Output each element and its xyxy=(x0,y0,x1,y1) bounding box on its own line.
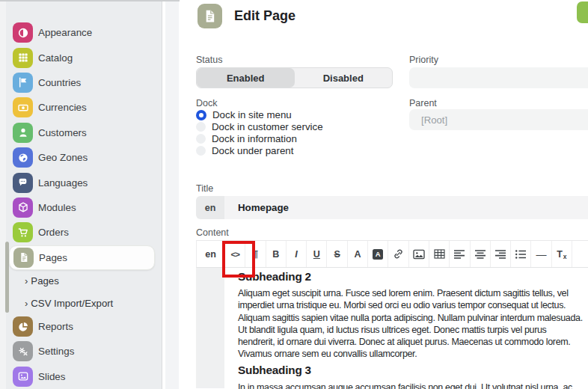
align-left-icon xyxy=(454,250,465,259)
status-enabled-button[interactable]: Enabled xyxy=(197,68,295,88)
person-icon xyxy=(13,123,33,143)
title-lang-tab[interactable]: en xyxy=(196,196,224,219)
status-label: Status xyxy=(196,55,222,65)
highlight-color-button[interactable]: A xyxy=(368,241,388,267)
gears-icon xyxy=(13,341,33,361)
page-icon xyxy=(13,248,34,268)
sidebar-item-modules[interactable]: Modules xyxy=(0,195,162,220)
content-editor: en <> ¶ B I U S A A xyxy=(196,240,588,389)
sidebar-item-settings[interactable]: Settings xyxy=(0,339,162,364)
top-divider xyxy=(0,0,180,1)
remove-format-icon: T xyxy=(557,249,563,260)
link-button[interactable] xyxy=(388,241,408,267)
align-right-icon xyxy=(495,250,506,259)
bold-button[interactable]: B xyxy=(266,241,287,267)
italic-button[interactable]: I xyxy=(287,241,307,267)
banknote-icon xyxy=(13,97,33,117)
sidebar-item-label: Pages xyxy=(39,252,67,263)
remove-format-button[interactable]: Tx xyxy=(552,241,572,267)
highlight-color-icon: A xyxy=(373,249,383,260)
sidebar-item-label: Modules xyxy=(38,202,76,213)
content-paragraph-3: In in massa accumsan augue accumsan faci… xyxy=(238,382,584,389)
list-icon xyxy=(515,250,526,259)
sidebar-item-languages[interactable]: Languages xyxy=(0,170,162,194)
unordered-list-button[interactable] xyxy=(511,241,531,267)
status-disabled-button[interactable]: Disabled xyxy=(295,68,393,88)
save-button[interactable] xyxy=(577,1,588,23)
priority-label: Priority xyxy=(409,55,438,65)
cube-icon xyxy=(13,197,33,218)
horizontal-rule-icon: — xyxy=(536,248,547,260)
editor-body: Subheading 2 Aliquam eget suscipit urna.… xyxy=(196,268,588,388)
pilcrow-icon: ¶ xyxy=(253,249,258,260)
sidebar-subitem-csv-import-export[interactable]: › CSV Import/Export xyxy=(0,292,162,314)
image-button[interactable] xyxy=(409,241,429,267)
sidebar-item-label: Orders xyxy=(38,227,69,238)
chevron-right-icon: › xyxy=(25,275,28,287)
font-color-button[interactable]: A xyxy=(348,241,368,267)
italic-icon: I xyxy=(295,249,297,260)
sidebar-item-label: Settings xyxy=(38,346,74,357)
dock-option-customer-service[interactable]: Dock in customer service xyxy=(196,121,323,133)
cart-icon xyxy=(13,222,33,242)
sidebar-item-label: Slides xyxy=(38,371,65,382)
code-view-button[interactable]: <> xyxy=(225,241,245,267)
dock-option-site-menu[interactable]: Dock in site menu xyxy=(196,109,323,121)
page-icon xyxy=(197,4,222,28)
grid-icon xyxy=(13,48,33,68)
image-icon xyxy=(413,249,425,260)
link-icon xyxy=(393,248,404,260)
sidebar-item-label: Geo Zones xyxy=(38,152,88,163)
radio-icon[interactable] xyxy=(196,122,206,132)
content-gap-strip xyxy=(165,0,179,389)
main-content: Edit Page Status Enabled Disabled Priori… xyxy=(180,0,588,389)
flag-icon xyxy=(13,73,33,93)
sidebar-item-catalog[interactable]: Catalog xyxy=(0,45,162,70)
content-heading-3: Subheading 3 xyxy=(238,364,584,377)
table-button[interactable] xyxy=(429,241,450,267)
sidebar-item-geo-zones[interactable]: Geo Zones xyxy=(0,145,162,170)
priority-input[interactable] xyxy=(409,67,588,88)
sidebar-item-reports[interactable]: Reports xyxy=(0,314,162,339)
radio-selected-icon[interactable] xyxy=(196,110,206,120)
title-input[interactable]: Homepage xyxy=(224,196,588,219)
table-icon xyxy=(434,249,445,259)
sidebar-subitem-pages[interactable]: › Pages xyxy=(0,270,162,292)
sidebar-item-appearance[interactable]: Appearance xyxy=(0,20,162,45)
editor-lang-tab[interactable]: en xyxy=(197,241,225,267)
editor-lang-gutter xyxy=(196,268,224,388)
sidebar-item-orders[interactable]: Orders xyxy=(0,220,162,245)
align-right-button[interactable] xyxy=(491,241,511,267)
sidebar-item-currencies[interactable]: Currencies xyxy=(0,95,162,120)
content-paragraph-2: Aliquam eget suscipit urna. Fusce sed lo… xyxy=(238,287,584,361)
sidebar-item-customers[interactable]: Customers xyxy=(0,120,162,145)
align-center-button[interactable] xyxy=(471,241,491,267)
strikethrough-button[interactable]: S xyxy=(327,241,347,267)
editor-text-area[interactable]: Subheading 2 Aliquam eget suscipit urna.… xyxy=(224,268,588,388)
sidebar-item-pages[interactable]: Pages xyxy=(9,245,155,270)
sidebar-item-label: Appearance xyxy=(38,27,92,38)
parent-input[interactable]: [Root] xyxy=(409,109,588,130)
contrast-icon xyxy=(13,22,33,43)
editor-toolbar: en <> ¶ B I U S A A xyxy=(196,240,588,268)
underline-icon: U xyxy=(313,249,320,260)
pie-chart-icon xyxy=(13,316,33,337)
radio-icon[interactable] xyxy=(196,134,206,144)
sidebar-item-label: Languages xyxy=(38,177,88,189)
dock-option-under-parent[interactable]: Dock under parent xyxy=(196,145,323,157)
paragraph-style-button[interactable]: ¶ xyxy=(245,241,266,267)
radio-icon[interactable] xyxy=(196,146,206,156)
slides-icon xyxy=(13,367,33,387)
status-toggle: Enabled Disabled xyxy=(196,67,393,88)
underline-button[interactable]: U xyxy=(307,241,327,267)
sidebar: Appearance Catalog Countries Currencies xyxy=(0,0,162,389)
sidebar-item-label: Reports xyxy=(38,321,73,332)
toolbar-spacer xyxy=(572,241,588,267)
title-field: en Homepage xyxy=(196,196,588,219)
dock-option-information[interactable]: Dock in information xyxy=(196,133,323,145)
sidebar-item-slides[interactable]: Slides xyxy=(0,364,162,389)
horizontal-rule-button[interactable]: — xyxy=(531,241,551,267)
dock-radio-group: Dock in site menu Dock in customer servi… xyxy=(196,109,323,157)
sidebar-item-countries[interactable]: Countries xyxy=(0,70,162,95)
align-left-button[interactable] xyxy=(450,241,470,267)
